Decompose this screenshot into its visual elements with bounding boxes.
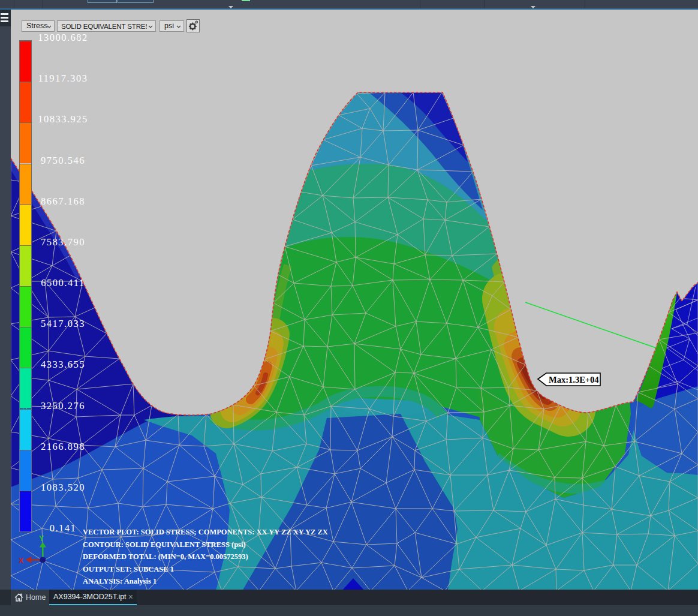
svg-text:X: X (19, 557, 24, 565)
svg-text:Max:1.3E+04: Max:1.3E+04 (549, 375, 599, 384)
svg-text:Y: Y (39, 534, 44, 543)
